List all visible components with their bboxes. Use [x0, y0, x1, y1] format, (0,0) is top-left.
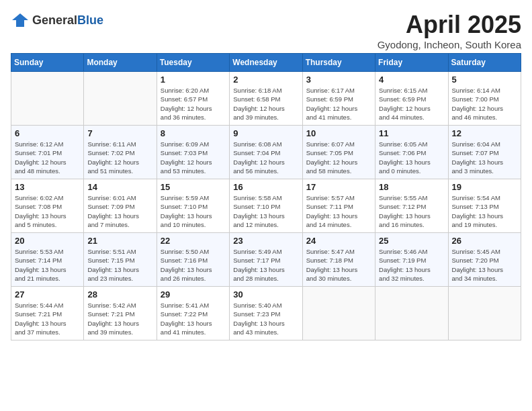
day-info: Sunrise: 6:18 AM Sunset: 6:58 PM Dayligh… — [233, 86, 298, 122]
calendar-cell — [84, 72, 157, 126]
calendar-cell: 22Sunrise: 5:50 AM Sunset: 7:16 PM Dayli… — [157, 233, 229, 287]
day-info: Sunrise: 6:05 AM Sunset: 7:06 PM Dayligh… — [379, 140, 444, 175]
day-info: Sunrise: 5:54 AM Sunset: 7:13 PM Dayligh… — [452, 193, 517, 229]
day-header-monday: Monday — [84, 54, 157, 72]
calendar-week-1: 1Sunrise: 6:20 AM Sunset: 6:57 PM Daylig… — [11, 72, 521, 126]
day-info: Sunrise: 5:57 AM Sunset: 7:11 PM Dayligh… — [306, 193, 371, 229]
day-number: 29 — [161, 289, 226, 300]
day-number: 3 — [306, 75, 371, 85]
calendar-cell: 6Sunrise: 6:12 AM Sunset: 7:01 PM Daylig… — [11, 126, 84, 179]
day-number: 27 — [15, 289, 80, 300]
day-info: Sunrise: 6:01 AM Sunset: 7:09 PM Dayligh… — [87, 193, 152, 229]
day-info: Sunrise: 6:07 AM Sunset: 7:05 PM Dayligh… — [306, 140, 371, 175]
day-number: 22 — [161, 236, 226, 246]
day-header-tuesday: Tuesday — [157, 54, 229, 72]
day-info: Sunrise: 5:51 AM Sunset: 7:15 PM Dayligh… — [87, 247, 152, 283]
day-header-saturday: Saturday — [448, 54, 521, 72]
calendar-cell — [375, 287, 448, 340]
calendar-cell: 15Sunrise: 5:59 AM Sunset: 7:10 PM Dayli… — [157, 179, 229, 233]
calendar-table: SundayMondayTuesdayWednesdayThursdayFrid… — [11, 53, 521, 340]
header-row: SundayMondayTuesdayWednesdayThursdayFrid… — [11, 54, 521, 72]
location-text: Gyodong, Incheon, South Korea — [378, 39, 521, 50]
calendar-cell: 27Sunrise: 5:44 AM Sunset: 7:21 PM Dayli… — [11, 287, 84, 340]
calendar-cell: 23Sunrise: 5:49 AM Sunset: 7:17 PM Dayli… — [230, 233, 302, 287]
calendar-cell: 25Sunrise: 5:46 AM Sunset: 7:19 PM Dayli… — [375, 233, 448, 287]
day-info: Sunrise: 6:17 AM Sunset: 6:59 PM Dayligh… — [306, 86, 371, 122]
calendar-cell: 1Sunrise: 6:20 AM Sunset: 6:57 PM Daylig… — [157, 72, 229, 126]
day-info: Sunrise: 6:12 AM Sunset: 7:01 PM Dayligh… — [15, 140, 80, 175]
calendar-cell: 14Sunrise: 6:01 AM Sunset: 7:09 PM Dayli… — [84, 179, 157, 233]
day-info: Sunrise: 5:55 AM Sunset: 7:12 PM Dayligh… — [379, 193, 444, 229]
calendar-cell: 11Sunrise: 6:05 AM Sunset: 7:06 PM Dayli… — [375, 126, 448, 179]
calendar-cell: 4Sunrise: 6:15 AM Sunset: 6:59 PM Daylig… — [375, 72, 448, 126]
calendar-cell: 20Sunrise: 5:53 AM Sunset: 7:14 PM Dayli… — [11, 233, 84, 287]
day-info: Sunrise: 6:09 AM Sunset: 7:03 PM Dayligh… — [161, 140, 226, 175]
day-header-thursday: Thursday — [302, 54, 375, 72]
calendar-cell — [11, 72, 84, 126]
calendar-cell: 9Sunrise: 6:08 AM Sunset: 7:04 PM Daylig… — [230, 126, 302, 179]
day-info: Sunrise: 6:04 AM Sunset: 7:07 PM Dayligh… — [452, 140, 517, 175]
day-number: 26 — [452, 236, 517, 246]
calendar-cell: 29Sunrise: 5:41 AM Sunset: 7:22 PM Dayli… — [157, 287, 229, 340]
day-number: 21 — [87, 236, 152, 246]
calendar-cell: 28Sunrise: 5:42 AM Sunset: 7:21 PM Dayli… — [84, 287, 157, 340]
calendar-body: 1Sunrise: 6:20 AM Sunset: 6:57 PM Daylig… — [11, 72, 521, 340]
day-info: Sunrise: 6:02 AM Sunset: 7:08 PM Dayligh… — [15, 193, 80, 229]
calendar-cell: 2Sunrise: 6:18 AM Sunset: 6:58 PM Daylig… — [230, 72, 302, 126]
calendar-header: SundayMondayTuesdayWednesdayThursdayFrid… — [11, 54, 521, 72]
svg-marker-1 — [12, 13, 28, 27]
calendar-cell — [448, 287, 521, 340]
page-header: GeneralBlue April 2025 Gyodong, Incheon,… — [11, 11, 521, 50]
calendar-week-4: 20Sunrise: 5:53 AM Sunset: 7:14 PM Dayli… — [11, 233, 521, 287]
day-number: 19 — [452, 182, 517, 192]
day-info: Sunrise: 5:44 AM Sunset: 7:21 PM Dayligh… — [15, 301, 80, 336]
calendar-cell: 12Sunrise: 6:04 AM Sunset: 7:07 PM Dayli… — [448, 126, 521, 179]
logo: GeneralBlue — [11, 11, 103, 30]
day-number: 18 — [379, 182, 444, 192]
day-header-sunday: Sunday — [11, 54, 84, 72]
day-number: 8 — [161, 128, 226, 138]
calendar-cell: 8Sunrise: 6:09 AM Sunset: 7:03 PM Daylig… — [157, 126, 229, 179]
day-number: 14 — [87, 182, 152, 192]
day-info: Sunrise: 6:14 AM Sunset: 7:00 PM Dayligh… — [452, 86, 517, 122]
day-number: 30 — [233, 289, 298, 300]
day-info: Sunrise: 5:49 AM Sunset: 7:17 PM Dayligh… — [233, 247, 298, 283]
day-number: 13 — [15, 182, 80, 192]
day-number: 24 — [306, 236, 371, 246]
calendar-cell: 7Sunrise: 6:11 AM Sunset: 7:02 PM Daylig… — [84, 126, 157, 179]
day-info: Sunrise: 5:50 AM Sunset: 7:16 PM Dayligh… — [161, 247, 226, 283]
day-number: 11 — [379, 128, 444, 138]
day-number: 2 — [233, 75, 298, 85]
day-info: Sunrise: 5:42 AM Sunset: 7:21 PM Dayligh… — [87, 301, 152, 336]
day-info: Sunrise: 5:53 AM Sunset: 7:14 PM Dayligh… — [15, 247, 80, 283]
day-info: Sunrise: 5:58 AM Sunset: 7:10 PM Dayligh… — [233, 193, 298, 229]
day-number: 16 — [233, 182, 298, 192]
calendar-cell: 16Sunrise: 5:58 AM Sunset: 7:10 PM Dayli… — [230, 179, 302, 233]
calendar-cell: 26Sunrise: 5:45 AM Sunset: 7:20 PM Dayli… — [448, 233, 521, 287]
day-number: 7 — [87, 128, 152, 138]
calendar-cell: 10Sunrise: 6:07 AM Sunset: 7:05 PM Dayli… — [302, 126, 375, 179]
day-number: 10 — [306, 128, 371, 138]
calendar-cell — [302, 287, 375, 340]
day-info: Sunrise: 5:41 AM Sunset: 7:22 PM Dayligh… — [161, 301, 226, 336]
day-number: 15 — [161, 182, 226, 192]
day-info: Sunrise: 6:15 AM Sunset: 6:59 PM Dayligh… — [379, 86, 444, 122]
day-number: 23 — [233, 236, 298, 246]
day-number: 5 — [452, 75, 517, 85]
day-number: 20 — [15, 236, 80, 246]
day-number: 9 — [233, 128, 298, 138]
day-number: 25 — [379, 236, 444, 246]
calendar-week-3: 13Sunrise: 6:02 AM Sunset: 7:08 PM Dayli… — [11, 179, 521, 233]
month-title: April 2025 — [378, 11, 521, 39]
day-header-friday: Friday — [375, 54, 448, 72]
calendar-cell: 3Sunrise: 6:17 AM Sunset: 6:59 PM Daylig… — [302, 72, 375, 126]
day-number: 1 — [161, 75, 226, 85]
calendar-cell: 18Sunrise: 5:55 AM Sunset: 7:12 PM Dayli… — [375, 179, 448, 233]
calendar-cell: 5Sunrise: 6:14 AM Sunset: 7:00 PM Daylig… — [448, 72, 521, 126]
day-number: 6 — [15, 128, 80, 138]
day-info: Sunrise: 5:47 AM Sunset: 7:18 PM Dayligh… — [306, 247, 371, 283]
calendar-cell: 17Sunrise: 5:57 AM Sunset: 7:11 PM Dayli… — [302, 179, 375, 233]
day-number: 28 — [87, 289, 152, 300]
day-info: Sunrise: 5:45 AM Sunset: 7:20 PM Dayligh… — [452, 247, 517, 283]
calendar-week-5: 27Sunrise: 5:44 AM Sunset: 7:21 PM Dayli… — [11, 287, 521, 340]
